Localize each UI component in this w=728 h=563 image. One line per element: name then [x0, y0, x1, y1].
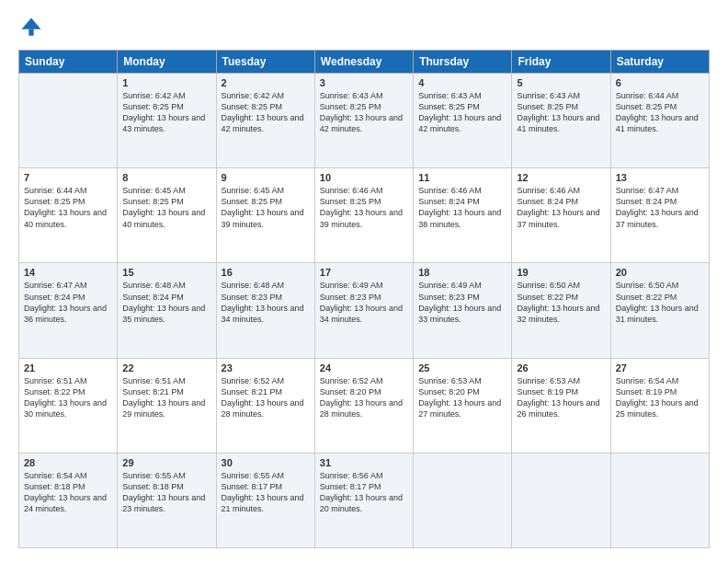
calendar-cell: 15Sunrise: 6:48 AMSunset: 8:24 PMDayligh… [118, 263, 216, 358]
week-row-3: 14Sunrise: 6:47 AMSunset: 8:24 PMDayligh… [19, 263, 710, 358]
logo [18, 15, 48, 40]
day-number: 28 [24, 457, 112, 468]
day-number: 2 [222, 77, 310, 88]
day-info: Sunrise: 6:53 AMSunset: 8:20 PMDaylight:… [418, 375, 506, 420]
day-info: Sunrise: 6:47 AMSunset: 8:24 PMDaylight:… [616, 185, 704, 230]
header [18, 15, 710, 40]
day-info: Sunrise: 6:55 AMSunset: 8:18 PMDaylight:… [122, 470, 210, 515]
day-info: Sunrise: 6:49 AMSunset: 8:23 PMDaylight:… [418, 280, 506, 325]
day-info: Sunrise: 6:46 AMSunset: 8:25 PMDaylight:… [320, 185, 408, 230]
day-info: Sunrise: 6:55 AMSunset: 8:17 PMDaylight:… [222, 470, 310, 515]
calendar-cell: 30Sunrise: 6:55 AMSunset: 8:17 PMDayligh… [216, 453, 314, 547]
week-row-5: 28Sunrise: 6:54 AMSunset: 8:18 PMDayligh… [19, 453, 710, 547]
calendar-cell: 4Sunrise: 6:43 AMSunset: 8:25 PMDaylight… [414, 74, 512, 168]
calendar-page: SundayMondayTuesdayWednesdayThursdayFrid… [0, 0, 728, 563]
day-number: 15 [122, 267, 210, 278]
day-number: 18 [418, 267, 506, 278]
day-info: Sunrise: 6:45 AMSunset: 8:25 PMDaylight:… [122, 185, 210, 230]
calendar-cell [19, 74, 118, 168]
day-info: Sunrise: 6:53 AMSunset: 8:19 PMDaylight:… [517, 375, 605, 420]
calendar-cell: 16Sunrise: 6:48 AMSunset: 8:23 PMDayligh… [216, 263, 314, 358]
calendar-cell: 11Sunrise: 6:46 AMSunset: 8:24 PMDayligh… [414, 168, 512, 263]
day-info: Sunrise: 6:44 AMSunset: 8:25 PMDaylight:… [24, 185, 112, 230]
calendar-cell: 9Sunrise: 6:45 AMSunset: 8:25 PMDaylight… [216, 168, 314, 263]
day-info: Sunrise: 6:46 AMSunset: 8:24 PMDaylight:… [517, 185, 605, 230]
week-row-4: 21Sunrise: 6:51 AMSunset: 8:22 PMDayligh… [19, 358, 710, 453]
calendar-cell: 1Sunrise: 6:42 AMSunset: 8:25 PMDaylight… [118, 74, 216, 168]
calendar-cell: 2Sunrise: 6:42 AMSunset: 8:25 PMDaylight… [216, 74, 314, 168]
day-number: 1 [122, 77, 210, 88]
day-info: Sunrise: 6:47 AMSunset: 8:24 PMDaylight:… [24, 280, 112, 325]
calendar-cell: 20Sunrise: 6:50 AMSunset: 8:22 PMDayligh… [610, 263, 709, 358]
day-number: 11 [418, 172, 506, 183]
day-number: 19 [517, 267, 605, 278]
day-number: 6 [616, 77, 704, 88]
calendar-table: SundayMondayTuesdayWednesdayThursdayFrid… [18, 50, 710, 548]
calendar-cell: 18Sunrise: 6:49 AMSunset: 8:23 PMDayligh… [414, 263, 512, 358]
day-info: Sunrise: 6:48 AMSunset: 8:24 PMDaylight:… [122, 280, 210, 325]
day-info: Sunrise: 6:43 AMSunset: 8:25 PMDaylight:… [320, 90, 408, 135]
day-number: 23 [222, 362, 310, 373]
week-row-2: 7Sunrise: 6:44 AMSunset: 8:25 PMDaylight… [19, 168, 710, 263]
day-number: 13 [616, 172, 704, 183]
day-number: 17 [320, 267, 408, 278]
day-info: Sunrise: 6:51 AMSunset: 8:21 PMDaylight:… [122, 375, 210, 420]
week-row-1: 1Sunrise: 6:42 AMSunset: 8:25 PMDaylight… [19, 74, 710, 168]
header-day-sunday: Sunday [19, 51, 118, 74]
day-number: 7 [24, 172, 112, 183]
calendar-cell: 12Sunrise: 6:46 AMSunset: 8:24 PMDayligh… [512, 168, 610, 263]
calendar-cell: 23Sunrise: 6:52 AMSunset: 8:21 PMDayligh… [216, 358, 314, 453]
day-info: Sunrise: 6:45 AMSunset: 8:25 PMDaylight:… [222, 185, 310, 230]
calendar-cell: 26Sunrise: 6:53 AMSunset: 8:19 PMDayligh… [512, 358, 610, 453]
days-header-row: SundayMondayTuesdayWednesdayThursdayFrid… [19, 51, 710, 74]
day-number: 4 [418, 77, 506, 88]
day-number: 31 [320, 457, 408, 468]
day-number: 21 [24, 362, 112, 373]
logo-icon [18, 15, 44, 40]
day-number: 26 [517, 362, 605, 373]
header-day-friday: Friday [512, 51, 610, 74]
day-number: 14 [24, 267, 112, 278]
day-number: 27 [616, 362, 704, 373]
calendar-cell: 24Sunrise: 6:52 AMSunset: 8:20 PMDayligh… [314, 358, 413, 453]
calendar-cell: 25Sunrise: 6:53 AMSunset: 8:20 PMDayligh… [414, 358, 512, 453]
svg-rect-1 [28, 29, 33, 36]
calendar-cell: 13Sunrise: 6:47 AMSunset: 8:24 PMDayligh… [610, 168, 709, 263]
day-number: 30 [222, 457, 310, 468]
day-number: 22 [122, 362, 210, 373]
day-info: Sunrise: 6:50 AMSunset: 8:22 PMDaylight:… [616, 280, 704, 325]
day-number: 16 [222, 267, 310, 278]
day-info: Sunrise: 6:54 AMSunset: 8:19 PMDaylight:… [616, 375, 704, 420]
day-info: Sunrise: 6:43 AMSunset: 8:25 PMDaylight:… [517, 90, 605, 135]
day-info: Sunrise: 6:42 AMSunset: 8:25 PMDaylight:… [222, 90, 310, 135]
day-number: 29 [122, 457, 210, 468]
header-day-saturday: Saturday [610, 51, 709, 74]
day-info: Sunrise: 6:43 AMSunset: 8:25 PMDaylight:… [418, 90, 506, 135]
calendar-cell [512, 453, 610, 547]
day-info: Sunrise: 6:52 AMSunset: 8:21 PMDaylight:… [222, 375, 310, 420]
day-info: Sunrise: 6:44 AMSunset: 8:25 PMDaylight:… [616, 90, 704, 135]
calendar-cell: 19Sunrise: 6:50 AMSunset: 8:22 PMDayligh… [512, 263, 610, 358]
day-number: 12 [517, 172, 605, 183]
calendar-cell: 22Sunrise: 6:51 AMSunset: 8:21 PMDayligh… [118, 358, 216, 453]
calendar-cell: 28Sunrise: 6:54 AMSunset: 8:18 PMDayligh… [19, 453, 118, 547]
calendar-cell: 31Sunrise: 6:56 AMSunset: 8:17 PMDayligh… [314, 453, 413, 547]
calendar-cell: 3Sunrise: 6:43 AMSunset: 8:25 PMDaylight… [314, 74, 413, 168]
calendar-cell: 6Sunrise: 6:44 AMSunset: 8:25 PMDaylight… [610, 74, 709, 168]
day-info: Sunrise: 6:42 AMSunset: 8:25 PMDaylight:… [122, 90, 210, 135]
day-number: 9 [222, 172, 310, 183]
day-number: 5 [517, 77, 605, 88]
calendar-cell: 7Sunrise: 6:44 AMSunset: 8:25 PMDaylight… [19, 168, 118, 263]
calendar-cell: 5Sunrise: 6:43 AMSunset: 8:25 PMDaylight… [512, 74, 610, 168]
calendar-cell: 27Sunrise: 6:54 AMSunset: 8:19 PMDayligh… [610, 358, 709, 453]
calendar-cell [610, 453, 709, 547]
day-info: Sunrise: 6:51 AMSunset: 8:22 PMDaylight:… [24, 375, 112, 420]
day-info: Sunrise: 6:52 AMSunset: 8:20 PMDaylight:… [320, 375, 408, 420]
svg-marker-0 [22, 18, 41, 29]
day-number: 25 [418, 362, 506, 373]
calendar-cell: 17Sunrise: 6:49 AMSunset: 8:23 PMDayligh… [314, 263, 413, 358]
header-day-tuesday: Tuesday [216, 51, 314, 74]
day-number: 8 [122, 172, 210, 183]
day-info: Sunrise: 6:56 AMSunset: 8:17 PMDaylight:… [320, 470, 408, 515]
calendar-cell: 10Sunrise: 6:46 AMSunset: 8:25 PMDayligh… [314, 168, 413, 263]
